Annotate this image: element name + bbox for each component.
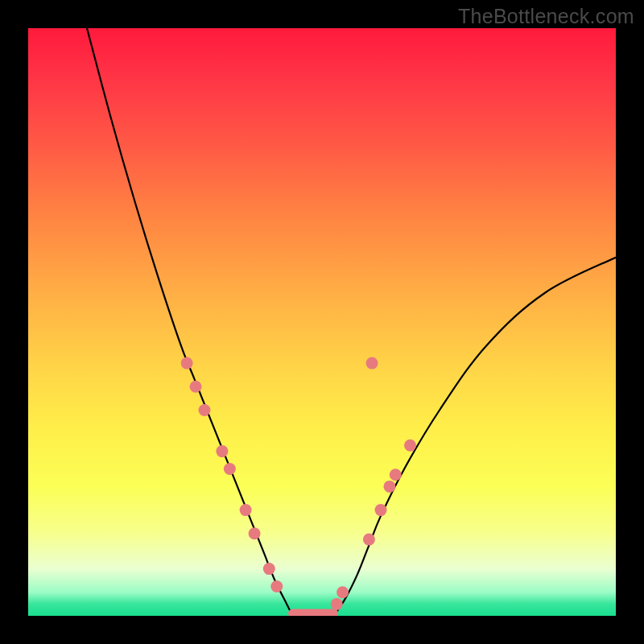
left-curve	[87, 28, 293, 616]
dot-left-2	[199, 404, 211, 416]
dot-right-0	[331, 598, 343, 610]
dot-left-1	[190, 381, 202, 393]
dot-left-5	[240, 504, 252, 516]
curve-svg	[28, 28, 616, 616]
dot-right-7	[366, 357, 378, 369]
right-curve	[334, 258, 616, 616]
dot-left-7	[263, 563, 275, 575]
dot-right-5	[390, 469, 402, 481]
dot-left-4	[224, 463, 236, 475]
dot-right-2	[363, 534, 375, 546]
dot-left-6	[249, 527, 261, 539]
dot-left-8	[270, 580, 283, 592]
dot-right-6	[404, 440, 416, 452]
dot-left-0	[181, 357, 193, 369]
plot-area	[28, 28, 616, 616]
watermark-text: TheBottleneck.com	[458, 5, 634, 28]
dot-right-1	[336, 586, 349, 598]
dot-right-4	[383, 481, 395, 493]
dot-right-3	[375, 504, 387, 516]
dot-left-3	[216, 445, 228, 457]
chart-frame: TheBottleneck.com	[0, 0, 644, 644]
